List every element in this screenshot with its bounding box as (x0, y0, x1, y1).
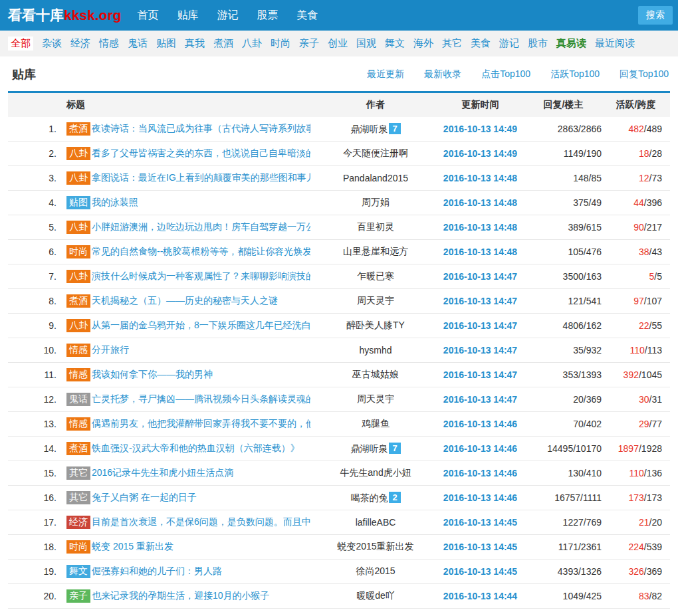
category-item[interactable]: 舞文 (385, 37, 405, 50)
category-badge[interactable]: 情感 (66, 417, 90, 431)
header-link[interactable]: 最新收录 (424, 68, 461, 80)
category-item[interactable]: 八卦 (242, 37, 262, 50)
search-button[interactable]: 搜索 (638, 6, 673, 25)
post-title-link[interactable]: 亡灵托梦，寻尸擒凶——腾讯视频今日头条解读灵魂的... (92, 393, 310, 405)
post-title-link[interactable]: 夜读诗话：当风流已成为往事（古代诗人写诗系列故事... (92, 123, 310, 135)
author-count-badge[interactable]: 7 (389, 123, 400, 134)
category-item[interactable]: 真易读 (556, 37, 586, 50)
post-title-link[interactable]: 倔强寡妇和她的儿子们：男人路 (92, 565, 222, 577)
category-item[interactable]: 鬼话 (128, 37, 148, 50)
category-badge[interactable]: 亲子 (66, 589, 90, 603)
category-badge[interactable]: 舞文 (66, 565, 90, 578)
update-time-link[interactable]: 2016-10-13 14:47 (443, 271, 517, 282)
category-badge[interactable]: 鬼话 (66, 393, 90, 406)
category-item[interactable]: 国观 (356, 37, 376, 50)
update-time-link[interactable]: 2016-10-13 14:49 (443, 124, 517, 134)
post-title-link[interactable]: 天机揭秘之（五）——历史的秘密与天人之谜 (92, 295, 278, 307)
category-item[interactable]: 真我 (185, 37, 205, 50)
category-badge[interactable]: 八卦 (66, 171, 90, 185)
active-cell: 97/107 (602, 296, 670, 306)
category-item[interactable]: 游记 (499, 37, 519, 50)
update-time-link[interactable]: 2016-10-13 14:46 (443, 468, 517, 478)
category-badge[interactable]: 煮酒 (66, 294, 90, 308)
category-badge[interactable]: 经济 (66, 516, 90, 529)
update-time-link[interactable]: 2016-10-13 14:48 (443, 222, 517, 233)
post-title-link[interactable]: 偶遇前男友，他把我灌醉带回家弄得我不要不要的，他... (92, 418, 310, 430)
category-item[interactable]: 美食 (471, 37, 491, 50)
category-item[interactable]: 股市 (528, 37, 548, 50)
category-item[interactable]: 经济 (70, 37, 90, 50)
header-link[interactable]: 回复Top100 (620, 68, 669, 80)
update-time-link[interactable]: 2016-10-13 14:48 (443, 173, 517, 183)
category-badge[interactable]: 情感 (66, 344, 90, 357)
category-item[interactable]: 贴图 (156, 37, 176, 50)
site-logo[interactable]: 看看十库kksk.org (8, 6, 121, 25)
category-badge[interactable]: 煮酒 (66, 122, 90, 136)
author-count-badge[interactable]: 7 (389, 443, 400, 454)
post-title-link[interactable]: 兔子乂白粥 在一起的日子 (92, 492, 197, 504)
header-link[interactable]: 活跃Top100 (550, 68, 600, 80)
post-title-link[interactable]: 我该如何拿下你——我的男神 (92, 369, 213, 381)
post-title-link[interactable]: 小胖妞游澳洲，边吃边玩边甩肉！房车自驾穿越一万公... (92, 221, 310, 233)
post-title-link[interactable]: 我的泳装照 (92, 197, 138, 209)
topnav-item[interactable]: 美食 (296, 9, 318, 23)
category-badge[interactable]: 八卦 (66, 319, 90, 332)
update-time-link[interactable]: 2016-10-13 14:48 (443, 247, 517, 257)
category-item[interactable]: 海外 (413, 37, 433, 50)
post-title-link[interactable]: 目前是首次衰退，不是保6问题，是负数问题。而且中... (92, 516, 310, 528)
category-item[interactable]: 时尚 (271, 37, 290, 50)
header-link[interactable]: 最近更新 (367, 68, 404, 80)
category-badge[interactable]: 其它 (66, 466, 90, 480)
post-title-link[interactable]: 演技什么时候成为一种客观属性了？来聊聊影响演技的... (92, 270, 310, 282)
post-title-link[interactable]: 2016记录牛先生和虎小妞生活点滴 (92, 467, 233, 479)
update-time-link[interactable]: 2016-10-13 14:45 (443, 566, 517, 577)
reply-count: 353/1393 (525, 369, 602, 380)
update-time-link[interactable]: 2016-10-13 14:46 (443, 492, 517, 503)
topnav-item[interactable]: 贴库 (177, 9, 198, 23)
topnav-item[interactable]: 首页 (137, 9, 158, 23)
update-time-link[interactable]: 2016-10-13 14:47 (443, 394, 517, 405)
author-cell: 醉卧美人膝TY (316, 320, 435, 332)
category-badge[interactable]: 八卦 (66, 270, 90, 283)
update-time-link[interactable]: 2016-10-13 14:45 (443, 517, 517, 528)
post-title-link[interactable]: 铁血强汉-汉武大帝和他的热血汉朝（六部连载）》 (92, 443, 300, 455)
topnav-item[interactable]: 股票 (257, 9, 278, 23)
category-item[interactable]: 创业 (328, 37, 348, 50)
category-badge[interactable]: 情感 (66, 368, 90, 381)
category-badge[interactable]: 八卦 (66, 147, 90, 160)
update-time-link[interactable]: 2016-10-13 14:46 (443, 419, 517, 429)
post-title-link[interactable]: 看多了父母皆祸害之类的东西，也说说自己自卑暗淡的... (92, 148, 310, 159)
topnav-item[interactable]: 游记 (217, 9, 238, 23)
category-badge[interactable]: 时尚 (66, 540, 90, 554)
time-cell: 2016-10-13 14:49 (435, 124, 525, 134)
update-time-link[interactable]: 2016-10-13 14:46 (443, 443, 517, 454)
update-time-link[interactable]: 2016-10-13 14:48 (443, 197, 517, 208)
post-title-link[interactable]: 从第一届的金乌鸦开始，8一下娱乐圈这几年已经洗白... (92, 320, 310, 332)
update-time-link[interactable]: 2016-10-13 14:45 (443, 542, 517, 552)
header-link[interactable]: 点击Top100 (481, 68, 530, 80)
category-badge[interactable]: 其它 (66, 491, 90, 504)
category-badge[interactable]: 煮酒 (66, 442, 90, 455)
post-title-link[interactable]: 也来记录我的孕期生活，迎接10月的小猴子 (92, 590, 270, 602)
post-title-link[interactable]: 常见的自然食物--桃胶葛根粉等等，都能让你容光焕发... (92, 246, 310, 258)
update-time-link[interactable]: 2016-10-13 14:47 (443, 320, 517, 331)
author-count-badge[interactable]: 2 (389, 492, 400, 503)
category-badge[interactable]: 贴图 (66, 196, 90, 209)
post-title-link[interactable]: 拿图说话：最近在IG上看到的颠覆审美的那些图和事儿 (92, 172, 310, 184)
post-title-link[interactable]: 分开旅行 (92, 344, 129, 356)
category-item[interactable]: 情感 (99, 37, 119, 50)
update-time-link[interactable]: 2016-10-13 14:47 (443, 369, 517, 380)
category-badge[interactable]: 八卦 (66, 221, 90, 234)
update-time-link[interactable]: 2016-10-13 14:44 (443, 591, 517, 601)
category-item[interactable]: 其它 (442, 37, 462, 50)
update-time-link[interactable]: 2016-10-13 14:49 (443, 148, 517, 159)
category-item[interactable]: 亲子 (299, 37, 319, 50)
category-item[interactable]: 最近阅读 (595, 37, 635, 50)
update-time-link[interactable]: 2016-10-13 14:47 (443, 296, 517, 306)
category-item[interactable]: 煮酒 (213, 37, 233, 50)
category-item[interactable]: 杂谈 (42, 37, 62, 50)
category-item[interactable]: 全部 (8, 37, 33, 51)
category-badge[interactable]: 时尚 (66, 245, 90, 258)
post-title-link[interactable]: 蜕变 2015 重新出发 (92, 541, 173, 553)
update-time-link[interactable]: 2016-10-13 14:47 (443, 345, 517, 356)
